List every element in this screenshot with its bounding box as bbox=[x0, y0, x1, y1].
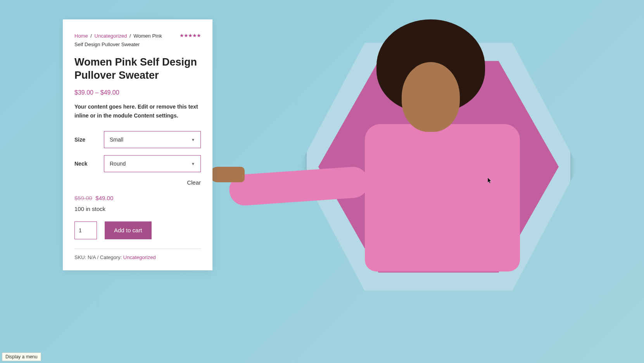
sku-label: SKU: bbox=[74, 254, 86, 260]
category-link[interactable]: Uncategorized bbox=[123, 254, 156, 260]
breadcrumb: Home / Uncategorized / Women Pink Self D… bbox=[74, 32, 164, 49]
product-title: Women Pink Self Design Pullover Sweater bbox=[74, 56, 201, 82]
price-range: $39.00 – $49.00 bbox=[74, 89, 201, 96]
product-description: Your content goes here. Edit or remove t… bbox=[74, 102, 201, 120]
size-select-wrap: Small ▼ bbox=[104, 131, 201, 148]
clear-variations-link[interactable]: Clear bbox=[187, 179, 201, 186]
neck-select-wrap: Round ▼ bbox=[104, 155, 201, 172]
variation-size-row: Size Small ▼ bbox=[74, 131, 201, 148]
sku-value: N/A bbox=[88, 254, 96, 260]
old-price: $59.00 bbox=[74, 195, 92, 201]
breadcrumb-separator: / bbox=[129, 33, 131, 39]
variation-neck-row: Neck Round ▼ bbox=[74, 155, 201, 172]
divider bbox=[74, 249, 201, 249]
size-select[interactable]: Small bbox=[104, 131, 200, 148]
breadcrumb-category-link[interactable]: Uncategorized bbox=[95, 33, 127, 39]
neck-label: Neck bbox=[74, 161, 104, 167]
selected-price: $59.00 $49.00 bbox=[74, 195, 201, 202]
new-price: $49.00 bbox=[95, 195, 113, 201]
model-figure bbox=[342, 23, 535, 302]
size-label: Size bbox=[74, 137, 104, 143]
quantity-input[interactable] bbox=[74, 221, 97, 239]
breadcrumb-home-link[interactable]: Home bbox=[74, 33, 88, 39]
neck-select[interactable]: Round bbox=[104, 156, 200, 172]
meta-separator: / bbox=[97, 254, 99, 260]
product-card: Home / Uncategorized / Women Pink Self D… bbox=[63, 19, 212, 270]
star-rating-icon: ★★★★★ bbox=[180, 33, 201, 38]
breadcrumb-separator: / bbox=[90, 33, 92, 39]
context-menu-tooltip: Display a menu bbox=[2, 353, 41, 361]
category-label: Category: bbox=[100, 254, 122, 260]
add-to-cart-button[interactable]: Add to cart bbox=[105, 221, 152, 239]
product-meta: SKU: N/A / Category: Uncategorized bbox=[74, 254, 201, 260]
stock-status: 100 in stock bbox=[74, 206, 201, 212]
